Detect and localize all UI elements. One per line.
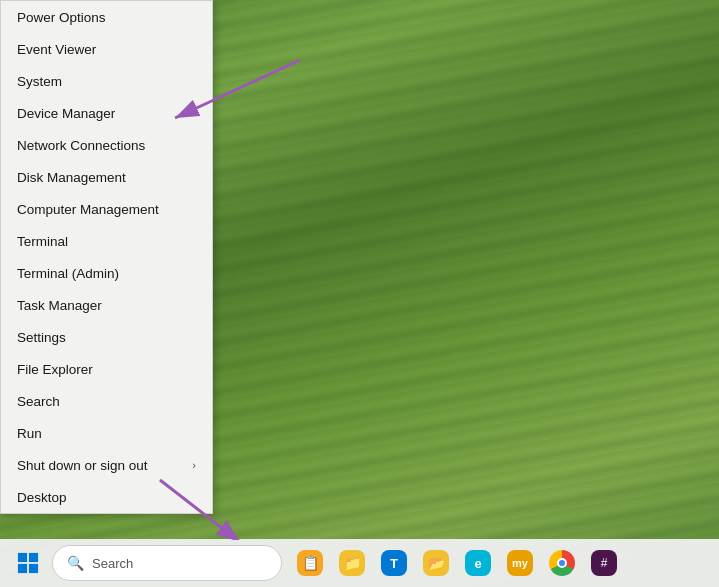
menu-label-run: Run	[17, 426, 42, 441]
menu-label-computer-management: Computer Management	[17, 202, 159, 217]
taskbar-mysql-icon[interactable]: my	[500, 543, 540, 583]
menu-item-terminal-admin[interactable]: Terminal (Admin)	[1, 257, 212, 289]
slack-app-icon: #	[591, 550, 617, 576]
search-label: Search	[92, 556, 133, 571]
menu-item-desktop[interactable]: Desktop	[1, 481, 212, 513]
taskbar-slack-icon[interactable]: #	[584, 543, 624, 583]
taskbar-files-icon[interactable]: 📋	[290, 543, 330, 583]
mysql-app-icon: my	[507, 550, 533, 576]
folder-app-icon: 📂	[423, 550, 449, 576]
svg-rect-5	[29, 553, 38, 562]
taskbar-folder-icon[interactable]: 📂	[416, 543, 456, 583]
taskbar-explorer-icon[interactable]: 📁	[332, 543, 372, 583]
menu-item-event-viewer[interactable]: Event Viewer	[1, 33, 212, 65]
menu-item-disk-management[interactable]: Disk Management	[1, 161, 212, 193]
menu-label-file-explorer: File Explorer	[17, 362, 93, 377]
context-menu: Power OptionsEvent ViewerSystemDevice Ma…	[0, 0, 213, 514]
menu-item-run[interactable]: Run	[1, 417, 212, 449]
menu-label-desktop: Desktop	[17, 490, 67, 505]
menu-item-task-manager[interactable]: Task Manager	[1, 289, 212, 321]
menu-item-terminal[interactable]: Terminal	[1, 225, 212, 257]
taskbar-teams-icon[interactable]: T	[374, 543, 414, 583]
chrome-app-icon	[549, 550, 575, 576]
menu-item-shut-down[interactable]: Shut down or sign out›	[1, 449, 212, 481]
windows-logo-icon	[17, 552, 39, 574]
svg-rect-7	[29, 564, 38, 573]
menu-item-system[interactable]: System	[1, 65, 212, 97]
menu-label-shut-down: Shut down or sign out	[17, 458, 148, 473]
svg-rect-4	[18, 553, 27, 562]
menu-label-disk-management: Disk Management	[17, 170, 126, 185]
menu-label-terminal-admin: Terminal (Admin)	[17, 266, 119, 281]
files-app-icon: 📋	[297, 550, 323, 576]
taskbar-chrome-icon[interactable]	[542, 543, 582, 583]
taskbar: 🔍 Search 📋 📁 T 📂 e	[0, 539, 719, 587]
menu-label-task-manager: Task Manager	[17, 298, 102, 313]
taskbar-search[interactable]: 🔍 Search	[52, 545, 282, 581]
menu-label-terminal: Terminal	[17, 234, 68, 249]
explorer-app-icon: 📁	[339, 550, 365, 576]
menu-label-power-options: Power Options	[17, 10, 106, 25]
desktop: Power OptionsEvent ViewerSystemDevice Ma…	[0, 0, 719, 587]
taskbar-apps: 📋 📁 T 📂 e my	[290, 543, 624, 583]
menu-label-settings: Settings	[17, 330, 66, 345]
menu-label-device-manager: Device Manager	[17, 106, 115, 121]
menu-item-settings[interactable]: Settings	[1, 321, 212, 353]
menu-item-power-options[interactable]: Power Options	[1, 1, 212, 33]
svg-rect-6	[18, 564, 27, 573]
start-button[interactable]	[8, 543, 48, 583]
menu-label-search: Search	[17, 394, 60, 409]
menu-label-event-viewer: Event Viewer	[17, 42, 96, 57]
menu-item-computer-management[interactable]: Computer Management	[1, 193, 212, 225]
menu-item-network-connections[interactable]: Network Connections	[1, 129, 212, 161]
menu-item-device-manager[interactable]: Device Manager	[1, 97, 212, 129]
menu-item-file-explorer[interactable]: File Explorer	[1, 353, 212, 385]
menu-label-system: System	[17, 74, 62, 89]
teams-app-icon: T	[381, 550, 407, 576]
chevron-right-icon: ›	[192, 459, 196, 471]
menu-label-network-connections: Network Connections	[17, 138, 145, 153]
search-icon: 🔍	[67, 555, 84, 571]
menu-item-search[interactable]: Search	[1, 385, 212, 417]
edge-app-icon: e	[465, 550, 491, 576]
taskbar-edge-icon[interactable]: e	[458, 543, 498, 583]
